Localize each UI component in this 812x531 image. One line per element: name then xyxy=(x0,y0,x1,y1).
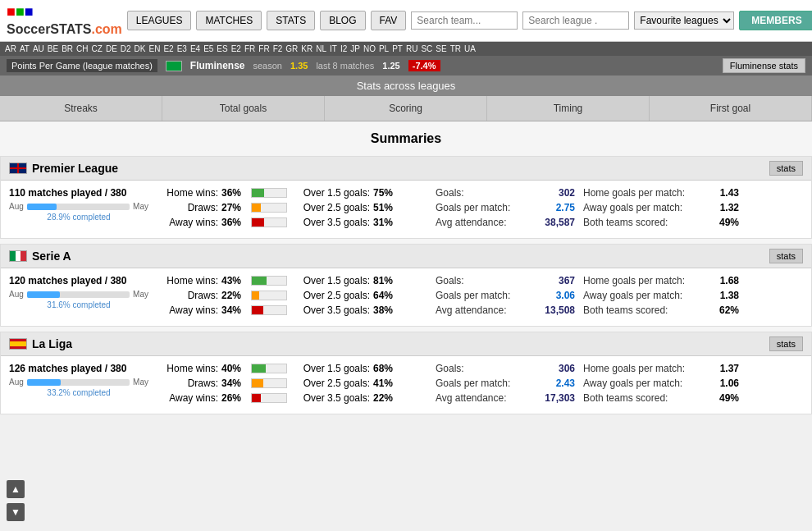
pl-over35-row: Over 3.5 goals: 31% xyxy=(296,217,427,228)
sa-draws-bar xyxy=(251,291,287,300)
ll-over25-row: Over 2.5 goals: 41% xyxy=(296,378,427,389)
premier-league-header: Premier League stats xyxy=(1,157,811,181)
ll-matches-played: 126 matches played / 380 xyxy=(9,363,148,374)
sa-home-away-col: Home goals per match: 1.68 Away goals pe… xyxy=(583,275,739,319)
ll-draws-row: Draws: 34% xyxy=(157,378,288,389)
pl-goals-stat: Goals: 302 xyxy=(436,187,575,199)
sa-matches-played: 120 matches played / 380 xyxy=(9,275,148,286)
ll-home-wins-bar xyxy=(251,364,287,373)
sa-stats-col: Goals: 367 Goals per match: 3.06 Avg att… xyxy=(436,275,575,319)
sa-completed-pct: 31.6% completed xyxy=(9,300,148,309)
ll-progress-bar xyxy=(27,379,130,386)
tab-total-goals[interactable]: Total goals xyxy=(162,96,325,121)
ll-completed-pct: 33.2% completed xyxy=(9,388,148,397)
ll-left-col: 126 matches played / 380 Aug May 33.2% c… xyxy=(9,363,148,407)
pl-stats-col: Goals: 302 Goals per match: 2.75 Avg att… xyxy=(436,187,575,231)
ll-away-wins-row: Away wins: 26% xyxy=(157,392,288,404)
fav-nav-btn[interactable]: FAV xyxy=(371,11,407,30)
tab-streaks[interactable]: Streaks xyxy=(0,96,162,121)
blog-nav-btn[interactable]: BLOG xyxy=(320,11,365,30)
ll-progress-row: Aug May xyxy=(9,378,148,387)
pl-home-away-col: Home goals per match: 1.43 Away goals pe… xyxy=(583,187,739,231)
sa-over35-row: Over 3.5 goals: 38% xyxy=(296,304,427,316)
members-btn[interactable]: MEMBERS xyxy=(739,11,812,30)
pl-left-col: 110 matches played / 380 Aug May 28.9% c… xyxy=(9,187,148,231)
sa-left-col: 120 matches played / 380 Aug May 31.6% c… xyxy=(9,275,148,319)
tab-first-goal[interactable]: First goal xyxy=(650,96,812,121)
stats-across-bar: Stats across leagues xyxy=(0,76,812,96)
pl-draws-bar xyxy=(251,203,287,213)
serie-a-stats-btn[interactable]: stats xyxy=(769,249,803,263)
last8-label: last 8 matches xyxy=(316,61,374,71)
matches-nav-btn[interactable]: MATCHES xyxy=(196,11,262,30)
team-name: Fluminense xyxy=(190,60,245,71)
ll-home-away-col: Home goals per match: 1.37 Away goals pe… xyxy=(583,363,739,407)
pct-change-badge: -7.4% xyxy=(408,60,440,71)
pl-gpm-stat: Goals per match: 2.75 xyxy=(436,202,575,213)
pl-matches-played: 110 matches played / 380 xyxy=(9,187,148,199)
la-liga-header: La Liga stats xyxy=(1,332,811,356)
search-league-input[interactable] xyxy=(522,11,629,30)
stats-nav-btn[interactable]: STATS xyxy=(267,11,315,30)
sa-goals-col: Over 1.5 goals: 81% Over 2.5 goals: 64% … xyxy=(296,275,427,319)
la-liga-stats-btn[interactable]: stats xyxy=(769,336,803,351)
tab-timing[interactable]: Timing xyxy=(487,96,650,121)
sa-home-goals-row: Home goals per match: 1.68 xyxy=(583,275,739,286)
sa-gpm-stat: Goals per match: 3.06 xyxy=(436,290,575,301)
premier-league-stats-btn[interactable]: stats xyxy=(769,161,803,176)
brazil-flag-icon xyxy=(166,61,182,71)
favourite-leagues-select[interactable]: Favourite leagues xyxy=(634,11,734,30)
flag-row: AR AT AU BE BR CH CZ DE D2 DK EN E2 E3 E… xyxy=(0,42,812,56)
summaries-title: Summaries xyxy=(0,121,812,156)
sa-attendance-stat: Avg attendance: 13,508 xyxy=(436,304,575,316)
pl-home-wins-bar xyxy=(251,188,287,198)
sa-away-wins-bar xyxy=(251,305,287,315)
sa-progress-bar xyxy=(27,291,130,298)
pl-away-goals-row: Away goals per match: 1.32 xyxy=(583,202,739,213)
ll-home-wins-row: Home wins: 40% xyxy=(157,363,288,374)
sa-over15-row: Over 1.5 goals: 81% xyxy=(296,275,427,286)
pl-goals-col: Over 1.5 goals: 75% Over 2.5 goals: 51% … xyxy=(296,187,427,231)
pl-attendance-stat: Avg attendance: 38,587 xyxy=(436,217,575,228)
premier-league-name: Premier League xyxy=(9,162,118,175)
ll-attendance-stat: Avg attendance: 17,303 xyxy=(436,392,575,404)
serie-a-section: Serie A stats 120 matches played / 380 A… xyxy=(0,244,812,327)
sa-draws-row: Draws: 22% xyxy=(157,290,288,301)
pl-both-scored-row: Both teams scored: 49% xyxy=(583,217,739,228)
last8-value: 1.25 xyxy=(382,61,399,71)
spain-flag-icon xyxy=(9,338,27,350)
sa-home-wins-row: Home wins: 43% xyxy=(157,275,288,286)
ll-goals-stat: Goals: 306 xyxy=(436,363,575,374)
ll-home-goals-row: Home goals per match: 1.37 xyxy=(583,363,739,374)
pl-over25-row: Over 2.5 goals: 51% xyxy=(296,202,427,213)
tab-scoring[interactable]: Scoring xyxy=(325,96,487,121)
search-team-input[interactable] xyxy=(411,11,518,30)
ll-away-wins-bar xyxy=(251,393,287,403)
leagues-nav-btn[interactable]: LEAGUES xyxy=(127,11,192,30)
sa-over25-row: Over 2.5 goals: 64% xyxy=(296,290,427,301)
pl-over15-row: Over 1.5 goals: 75% xyxy=(296,187,427,199)
header: ■■■ SoccerSTATS.com LEAGUES MATCHES STAT… xyxy=(0,0,812,42)
sa-progress-row: Aug May xyxy=(9,290,148,299)
fluminense-stats-btn[interactable]: Fluminense stats xyxy=(723,58,805,73)
ll-over35-row: Over 3.5 goals: 22% xyxy=(296,392,427,404)
premier-league-body: 110 matches played / 380 Aug May 28.9% c… xyxy=(1,181,811,238)
sa-progress-fill xyxy=(27,291,60,298)
sa-goals-stat: Goals: 367 xyxy=(436,275,575,286)
serie-a-name: Serie A xyxy=(9,249,71,263)
pl-away-wins-bar xyxy=(251,217,287,227)
premier-league-section: Premier League stats 110 matches played … xyxy=(0,156,812,239)
season-value: 1.35 xyxy=(290,61,308,71)
pl-draws-row: Draws: 27% xyxy=(157,202,288,213)
sa-wins-col: Home wins: 43% Draws: 22% Away wins: 34% xyxy=(157,275,288,319)
england-flag-icon xyxy=(9,163,27,174)
sa-away-goals-row: Away goals per match: 1.38 xyxy=(583,290,739,301)
ll-both-scored-row: Both teams scored: 49% xyxy=(583,392,739,404)
serie-a-body: 120 matches played / 380 Aug May 31.6% c… xyxy=(1,268,811,326)
pl-away-wins-row: Away wins: 36% xyxy=(157,217,288,228)
ll-draws-bar xyxy=(251,378,287,388)
la-liga-section: La Liga stats 126 matches played / 380 A… xyxy=(0,332,812,414)
ll-gpm-stat: Goals per match: 2.43 xyxy=(436,378,575,389)
pl-progress-row: Aug May xyxy=(9,202,148,211)
la-liga-name: La Liga xyxy=(9,337,72,350)
